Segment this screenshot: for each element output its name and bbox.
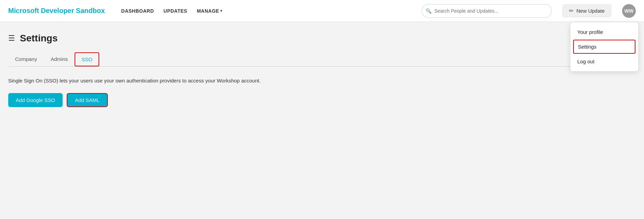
dropdown-item-profile[interactable]: Your profile <box>570 25 638 39</box>
sso-buttons: Add Google SSO Add SAML <box>8 93 633 107</box>
tab-company[interactable]: Company <box>8 52 44 67</box>
new-update-button[interactable]: ✏ New Update <box>563 4 611 17</box>
tab-admins[interactable]: Admins <box>44 52 75 67</box>
search-icon: 🔍 <box>426 8 432 14</box>
main-content: ☰ Settings Company Admins SSO Single Sig… <box>0 22 644 107</box>
nav-dashboard[interactable]: DASHBOARD <box>121 8 154 14</box>
sso-description: Single Sign On (SSO) lets your users use… <box>8 78 633 83</box>
add-google-sso-button[interactable]: Add Google SSO <box>8 93 63 107</box>
brand-logo[interactable]: Microsoft Developer Sandbox <box>8 7 105 15</box>
page-title: Settings <box>20 33 57 44</box>
navbar: Microsoft Developer Sandbox DASHBOARD UP… <box>0 0 644 22</box>
search-container: 🔍 <box>422 4 552 18</box>
page-header: ☰ Settings <box>8 33 633 44</box>
nav-updates[interactable]: UPDATES <box>164 8 187 14</box>
settings-page-icon: ☰ <box>8 34 15 43</box>
pencil-icon: ✏ <box>569 8 574 14</box>
dropdown-menu: Your profile Settings Log out <box>570 22 639 72</box>
avatar[interactable]: WW <box>622 4 636 18</box>
add-saml-button[interactable]: Add SAML <box>67 93 108 107</box>
sso-content: Single Sign On (SSO) lets your users use… <box>8 78 633 107</box>
dropdown-item-settings[interactable]: Settings <box>573 40 635 54</box>
dropdown-item-logout[interactable]: Log out <box>570 54 638 68</box>
tab-sso[interactable]: SSO <box>75 52 99 66</box>
nav-manage[interactable]: MANAGE ▾ <box>197 8 222 14</box>
chevron-down-icon: ▾ <box>220 9 222 13</box>
tabs-container: Company Admins SSO <box>8 52 633 67</box>
nav-links: DASHBOARD UPDATES MANAGE ▾ <box>121 8 222 14</box>
search-input[interactable] <box>422 4 552 18</box>
